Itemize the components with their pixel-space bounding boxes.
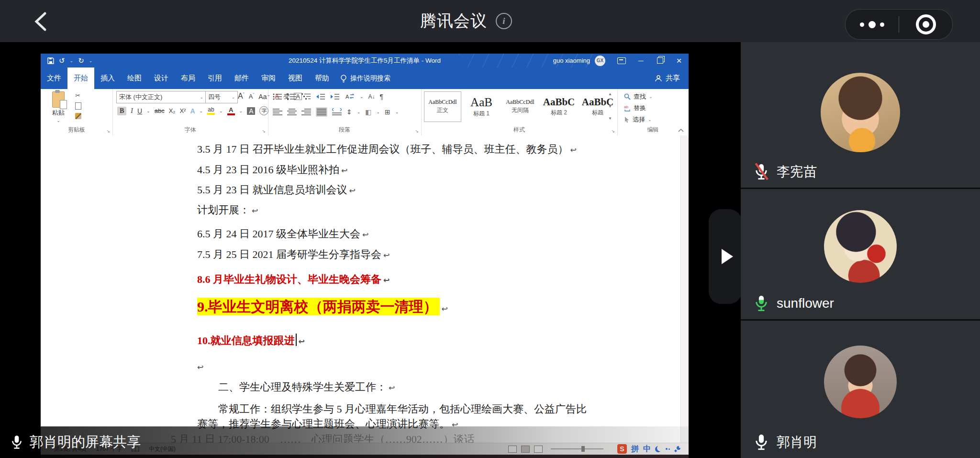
close-button[interactable]: × bbox=[669, 54, 689, 67]
dialog-launcher-icon[interactable]: ↘ bbox=[611, 129, 615, 134]
collapse-sidebar-button[interactable] bbox=[709, 209, 742, 304]
paragraph-row-1: A ⌄ A↓ ¶ bbox=[273, 93, 383, 101]
justify-button[interactable] bbox=[316, 107, 327, 117]
numbering-button[interactable] bbox=[287, 93, 297, 101]
highlight-button[interactable]: ab bbox=[207, 107, 215, 115]
participant-name: 郭肖明 bbox=[777, 433, 817, 451]
dialog-launcher-icon[interactable]: ↘ bbox=[415, 129, 419, 134]
tab-design[interactable]: 设计 bbox=[148, 67, 175, 89]
restore-button[interactable] bbox=[650, 54, 669, 67]
gallery-more-icon: ▼ bbox=[608, 116, 612, 121]
align-right-button[interactable] bbox=[301, 108, 311, 116]
doc-line: 5.5 月 23 日 就业信息员培训会议↩ bbox=[197, 183, 590, 197]
ribbon-display-options-button[interactable] bbox=[612, 54, 631, 67]
underline-dropdown-icon[interactable]: ⌄ bbox=[146, 109, 150, 113]
cut-icon[interactable]: ✂ bbox=[75, 92, 81, 99]
tell-me-search[interactable]: 操作说明搜索 bbox=[340, 67, 390, 89]
minimize-button[interactable]: ─ bbox=[631, 54, 650, 67]
record-exit-button[interactable] bbox=[899, 10, 952, 39]
distribute-button[interactable] bbox=[332, 108, 342, 116]
borders-button[interactable]: ⊞ bbox=[385, 109, 390, 115]
asian-layout-dropdown-icon[interactable]: ⌄ bbox=[360, 94, 364, 99]
document-canvas[interactable]: 3.5 月 17 日 召开毕业生就业工作促进周会议（班子、辅导员、班主任、教务员… bbox=[41, 135, 689, 443]
replace-icon: ab bbox=[624, 105, 631, 112]
style-heading2[interactable]: AaBbC 标题 2 bbox=[540, 91, 578, 122]
paste-button[interactable]: 粘贴 ⌄ bbox=[46, 91, 70, 125]
participant-tile[interactable]: sunflower bbox=[741, 189, 980, 319]
text-effects-dropdown-icon[interactable]: ⌄ bbox=[200, 109, 203, 113]
tab-view[interactable]: 视图 bbox=[282, 67, 309, 89]
subscript-button[interactable]: X₂ bbox=[169, 107, 176, 114]
character-shading-button[interactable]: A bbox=[247, 107, 255, 115]
underline-button[interactable]: U bbox=[137, 107, 142, 115]
format-painter-icon[interactable] bbox=[75, 113, 81, 119]
account-name[interactable]: guo xiaoming bbox=[553, 57, 590, 64]
tab-review[interactable]: 审阅 bbox=[255, 67, 282, 89]
tab-home[interactable]: 开始 bbox=[67, 67, 94, 89]
doc-line: 7.5 月 25 日 2021 届考研学生分享指导会↩ bbox=[197, 247, 590, 262]
participant-tile[interactable]: 李宪苗 bbox=[741, 42, 980, 188]
shading-button[interactable]: ◧ bbox=[365, 109, 371, 115]
tab-layout[interactable]: 布局 bbox=[175, 67, 201, 89]
bullets-button[interactable] bbox=[273, 93, 282, 101]
align-left-button[interactable] bbox=[273, 108, 282, 116]
tab-insert[interactable]: 插入 bbox=[94, 67, 121, 89]
line-spacing-button[interactable]: ⇕ bbox=[346, 109, 352, 115]
tab-mailings[interactable]: 邮件 bbox=[228, 67, 255, 89]
style-heading1[interactable]: AaB 标题 1 bbox=[463, 91, 500, 122]
dialog-launcher-icon[interactable]: ↘ bbox=[262, 129, 266, 134]
grow-font-button[interactable]: Aˆ bbox=[238, 92, 245, 100]
share-button[interactable]: 共享 bbox=[655, 67, 689, 89]
italic-button[interactable]: I bbox=[131, 107, 133, 115]
borders-dropdown-icon[interactable]: ⌄ bbox=[395, 110, 399, 114]
tab-help[interactable]: 帮助 bbox=[309, 67, 335, 89]
find-dropdown-icon: ⌄ bbox=[649, 94, 653, 99]
paragraph-mark: ↩ bbox=[349, 186, 356, 195]
select-button[interactable]: 选择 ⌄ bbox=[624, 115, 652, 124]
info-icon[interactable]: i bbox=[496, 13, 512, 29]
show-marks-button[interactable]: ¶ bbox=[380, 93, 384, 100]
tab-draw[interactable]: 绘图 bbox=[121, 67, 148, 89]
collapse-ribbon-icon[interactable] bbox=[678, 126, 684, 134]
participant-tile[interactable]: 郭肖明 bbox=[741, 321, 980, 458]
style-gallery-scroll[interactable]: ▲ ▼ ▼ bbox=[607, 92, 613, 121]
highlight-dropdown-icon[interactable]: ⌄ bbox=[219, 109, 223, 113]
replace-button[interactable]: ab 替换 bbox=[624, 104, 646, 112]
tab-file[interactable]: 文件 bbox=[41, 67, 67, 89]
save-icon[interactable] bbox=[47, 57, 54, 64]
multilevel-list-button[interactable] bbox=[301, 93, 311, 101]
font-color-button[interactable]: A bbox=[227, 107, 235, 115]
superscript-button[interactable]: X² bbox=[179, 107, 186, 114]
shading-dropdown-icon[interactable]: ⌄ bbox=[377, 110, 380, 114]
tab-references[interactable]: 引用 bbox=[201, 67, 228, 89]
vertical-scrollbar[interactable] bbox=[680, 135, 689, 443]
font-size-combobox[interactable]: 四号 ⌄ bbox=[205, 91, 238, 103]
redo-icon[interactable]: ↻ bbox=[78, 57, 84, 64]
font-name-combobox[interactable]: 宋体 (中文正文) ⌄ bbox=[116, 91, 206, 103]
customize-qat-icon[interactable]: ⌄ bbox=[89, 58, 93, 63]
paragraph-mark: ↩ bbox=[389, 383, 395, 392]
find-button[interactable]: 查找 ⌄ bbox=[624, 92, 653, 101]
sort-button[interactable]: A↓ bbox=[368, 94, 375, 100]
text-effects-button[interactable]: A bbox=[190, 107, 195, 115]
copy-icon[interactable] bbox=[75, 102, 81, 110]
font-color-dropdown-icon[interactable]: ⌄ bbox=[239, 109, 243, 113]
mic-muted-icon bbox=[752, 163, 770, 181]
asian-layout-button[interactable]: A bbox=[345, 93, 355, 101]
enclose-characters-button[interactable]: 字 bbox=[259, 106, 268, 115]
decrease-indent-button[interactable] bbox=[316, 93, 325, 101]
more-button[interactable] bbox=[846, 10, 899, 39]
doc-line-highlighted: 9.毕业生文明离校（两捐两卖一清理）↩ bbox=[197, 297, 590, 317]
line-spacing-dropdown-icon[interactable]: ⌄ bbox=[357, 110, 361, 114]
undo-icon[interactable]: ↺ bbox=[59, 57, 65, 64]
undo-dropdown-icon[interactable]: ⌄ bbox=[70, 58, 74, 63]
shrink-font-button[interactable]: Aˇ bbox=[249, 93, 255, 100]
account-avatar[interactable]: GX bbox=[595, 56, 605, 66]
bold-button[interactable]: B bbox=[117, 107, 126, 115]
increase-indent-button[interactable] bbox=[330, 93, 340, 101]
align-center-button[interactable] bbox=[287, 108, 297, 116]
dialog-launcher-icon[interactable]: ↘ bbox=[106, 129, 110, 134]
style-normal[interactable]: AaBbCcDdl 正文 bbox=[424, 91, 461, 122]
style-no-spacing[interactable]: AaBbCcDdl 无间隔 bbox=[501, 91, 539, 122]
strikethrough-button[interactable]: abc bbox=[155, 107, 165, 114]
